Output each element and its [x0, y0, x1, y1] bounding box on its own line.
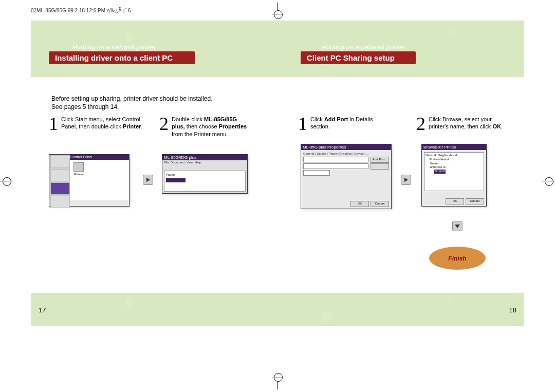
arrow-right-icon [143, 175, 153, 185]
new-driver-button [371, 163, 389, 170]
left-section-title: Installing driver onto a client PC [49, 51, 195, 64]
left-step-1: 1 Click Start menu, select Control Panel… [49, 116, 142, 132]
step-number: 1 [298, 116, 307, 132]
crop-mark-right [542, 175, 555, 188]
left-section-caption: Printing on a network printer [69, 42, 159, 52]
screenshot-browse-printer: Browse for Printer Network Neighborhood … [421, 144, 487, 207]
page-number-right: 18 [509, 306, 516, 314]
right-step-2: 2 Click Browse, select your printer's na… [416, 116, 503, 132]
right-step-1: 1 Click Add Port in Details section. [298, 116, 373, 132]
step-text: Click Add Port in Details section. [310, 116, 373, 130]
step-text: Click Browse, select your printer's name… [429, 116, 503, 130]
sidebar-cell [50, 156, 70, 168]
taskbar-sidebar [49, 155, 70, 200]
tree-node-selected: SmartII [434, 170, 446, 174]
crop-mark-bottom-h [272, 378, 283, 378]
printer-icon-label: Printer [71, 173, 86, 176]
right-section-title: Client PC Sharing setup [301, 51, 416, 64]
printer-icon: Printer [71, 161, 86, 177]
arrow-down-icon [452, 221, 462, 231]
step-number: 1 [49, 116, 58, 132]
sidebar-cell [50, 196, 70, 208]
ok-button: OK [446, 198, 464, 204]
step-number: 2 [416, 116, 425, 132]
intro-line-1: Before setting up sharing, printer drive… [51, 95, 213, 102]
page-number-left: 17 [39, 306, 46, 314]
intro-line-2: See pages 5 through 14. [51, 103, 119, 110]
sidebar-cell-selected [50, 182, 70, 195]
add-port-button: Add Port... [371, 157, 389, 163]
tab-row: General | Details | Paper | Graphics | D… [303, 152, 389, 155]
properties-highlight [166, 178, 186, 182]
bottom-decorative-band [31, 293, 524, 326]
finish-badge: Finish [429, 247, 486, 270]
crop-mark-top-h [272, 14, 283, 14]
crop-mark-left [0, 175, 13, 188]
ok-button: OK [350, 201, 369, 207]
left-step-2: 2 Double-click ML-85G/85G plus, then cho… [159, 116, 247, 138]
screenshot-printer-properties-menu: ML-85G/85G plus File Document View Help … [162, 154, 248, 194]
arrow-right-icon [401, 175, 411, 185]
step-text: Click Start menu, select Control Panel, … [61, 116, 142, 130]
tree-node: Network Neighborhood [425, 154, 483, 158]
screenshot-control-panel: Control Panel Printer [49, 154, 130, 207]
window-titlebar: ML-85G plus Properties [301, 144, 391, 150]
intro-paragraph: Before setting up sharing, printer drive… [51, 95, 267, 111]
window-titlebar: Browse for Printer [422, 144, 486, 150]
control-panel-window: Control Panel Printer [70, 155, 129, 200]
cancel-button: Cancel [466, 198, 484, 204]
document-header: 02ML-85G/85G 99.2.18 12:6 PM ∆‰¿Ã ¡ˆ 6 [31, 8, 131, 13]
tree-node: Entire Network [425, 158, 483, 162]
network-tree: Network Neighborhood Entire Network Serv… [424, 152, 484, 191]
step-text: Double-click ML-85G/85G plus, then choos… [172, 116, 247, 138]
window-titlebar: Control Panel [70, 155, 129, 160]
screenshot-properties-details: ML-85G plus Properties General | Details… [301, 144, 392, 209]
tree-node: Server [425, 162, 483, 166]
step-number: 2 [159, 116, 169, 132]
window-titlebar: ML-85G/85G plus [162, 155, 247, 160]
right-section-caption: Printing on a network printer [319, 42, 409, 52]
menu-dropdown: Pause [164, 171, 246, 192]
sidebar-cell [50, 169, 70, 181]
crop-mark-bottom [278, 382, 278, 389]
tree-node: Windows nt [425, 165, 483, 170]
crop-mark-top [278, 3, 278, 10]
cancel-button: Cancel [371, 201, 389, 207]
